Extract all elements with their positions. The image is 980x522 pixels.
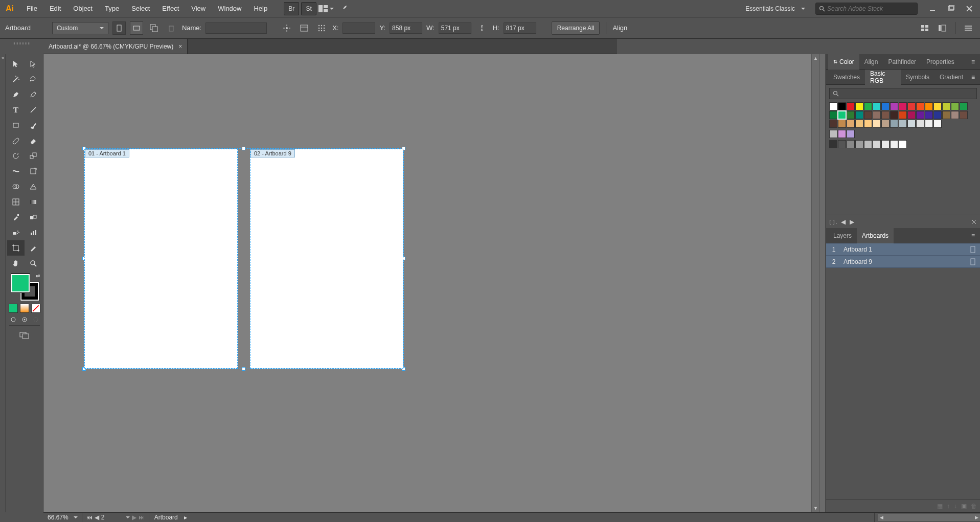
pen-tool[interactable]: [7, 87, 25, 102]
artboard-preset-dropdown[interactable]: Custom: [52, 22, 108, 34]
scroll-left-icon[interactable]: ◀: [878, 515, 885, 520]
tab-artboards[interactable]: Artboards: [857, 228, 894, 243]
nav-prev-icon[interactable]: ◀: [95, 514, 99, 521]
fill-swatch[interactable]: [11, 274, 30, 292]
scale-tool[interactable]: [25, 148, 42, 164]
swatch[interactable]: [829, 130, 837, 138]
swatch[interactable]: [864, 102, 872, 110]
toolbox-drag-handle[interactable]: [0, 40, 43, 47]
rearrange-all-button[interactable]: Rearrange All: [552, 21, 600, 35]
swatch[interactable]: [899, 120, 907, 128]
swatch[interactable]: [838, 120, 846, 128]
link-wh-button[interactable]: [475, 21, 489, 35]
swatch[interactable]: [907, 102, 916, 110]
nav-next-icon[interactable]: ▶: [132, 514, 136, 521]
swatch[interactable]: [838, 111, 846, 119]
swatch[interactable]: [847, 130, 855, 138]
close-tab-button[interactable]: ×: [178, 43, 182, 50]
artboard-row[interactable]: 1 Artboard 1: [826, 243, 980, 256]
window-minimize-button[interactable]: [925, 4, 940, 14]
swatch[interactable]: [855, 120, 863, 128]
swatch[interactable]: [899, 111, 907, 119]
search-stock-input[interactable]: [827, 5, 914, 12]
delete-artboard-button[interactable]: [165, 21, 178, 35]
menu-object[interactable]: Object: [67, 0, 99, 17]
swatch[interactable]: [925, 102, 933, 110]
swatch[interactable]: [916, 120, 924, 128]
bridge-button[interactable]: Br: [284, 2, 299, 15]
x-input[interactable]: [343, 22, 375, 34]
swatch[interactable]: [855, 140, 863, 148]
swatch[interactable]: [847, 111, 855, 119]
toolbox-collapse-button[interactable]: «: [0, 54, 6, 512]
magic-wand-tool[interactable]: [7, 72, 25, 87]
swatch[interactable]: [899, 140, 907, 148]
swatch-prev-button[interactable]: ◀: [841, 218, 846, 225]
chevron-down-icon[interactable]: [124, 514, 130, 521]
column-graph-tool[interactable]: [25, 225, 42, 240]
status-menu-icon[interactable]: ▸: [184, 514, 187, 521]
swatch[interactable]: [864, 111, 872, 119]
tab-properties[interactable]: Properties: [921, 54, 960, 70]
align-popup-button[interactable]: Align: [612, 24, 627, 32]
menu-help[interactable]: Help: [247, 0, 274, 17]
swatch[interactable]: [933, 102, 942, 110]
swatch[interactable]: [881, 102, 890, 110]
color-mode-none[interactable]: [31, 304, 40, 313]
tab-gradient[interactable]: Gradient: [935, 70, 968, 85]
tab-swatches[interactable]: Swatches: [828, 70, 865, 85]
canvas[interactable]: 01 - Artboard 1 02 - Artboard 9 ▲ ▼: [43, 54, 819, 512]
scroll-down-icon[interactable]: ▼: [812, 504, 819, 512]
grid-alt-button[interactable]: [936, 21, 949, 35]
eyedropper-tool[interactable]: [7, 210, 25, 225]
arrange-documents-button[interactable]: [318, 2, 334, 15]
shaper-tool[interactable]: [7, 133, 25, 148]
reference-point-button[interactable]: [315, 21, 328, 35]
draw-normal-mode[interactable]: [9, 316, 18, 323]
swatch[interactable]: [916, 111, 924, 119]
rearrange-artboards-icon[interactable]: ▦: [937, 503, 943, 510]
swatch[interactable]: [925, 120, 933, 128]
type-tool[interactable]: T: [7, 102, 25, 118]
swatch-search[interactable]: [829, 88, 977, 99]
swatch-next-button[interactable]: ▶: [850, 218, 854, 225]
swatch[interactable]: [916, 102, 924, 110]
swatch[interactable]: [907, 111, 916, 119]
new-artboard-button[interactable]: [147, 21, 161, 35]
stock-button[interactable]: St: [301, 2, 316, 15]
swatch[interactable]: [960, 102, 968, 110]
blend-tool[interactable]: [25, 210, 42, 225]
tab-color[interactable]: ⇅Color: [828, 54, 859, 70]
swatch[interactable]: [873, 140, 881, 148]
swatch[interactable]: [855, 102, 863, 110]
swatch[interactable]: [864, 120, 872, 128]
tab-pathfinder[interactable]: Pathfinder: [883, 54, 921, 70]
swatch[interactable]: [838, 140, 846, 148]
menu-select[interactable]: Select: [125, 0, 156, 17]
nav-first-icon[interactable]: ⏮: [86, 514, 93, 521]
swatch[interactable]: [873, 111, 881, 119]
window-maximize-button[interactable]: [943, 4, 959, 14]
swatch[interactable]: [829, 102, 837, 110]
swatch[interactable]: [951, 102, 959, 110]
panel-divider[interactable]: [819, 54, 826, 512]
artboard-name-input[interactable]: [206, 22, 267, 34]
paintbrush-tool[interactable]: [25, 118, 42, 133]
color-mode-solid[interactable]: [9, 304, 18, 313]
symbol-sprayer-tool[interactable]: [7, 225, 25, 240]
shape-builder-tool[interactable]: [7, 179, 25, 194]
menu-type[interactable]: Type: [99, 0, 125, 17]
delete-artboard-icon[interactable]: 🗑: [971, 503, 977, 510]
swatch[interactable]: [838, 102, 846, 110]
width-tool[interactable]: [7, 164, 25, 179]
horizontal-scrollbar[interactable]: ◀ ▶: [878, 514, 980, 521]
hand-tool[interactable]: [7, 256, 25, 271]
zoom-dropdown[interactable]: 66.67%: [43, 513, 82, 522]
swatch[interactable]: [960, 111, 968, 119]
zoom-tool[interactable]: [25, 256, 42, 271]
eraser-tool[interactable]: [25, 133, 42, 148]
selection-tool[interactable]: [7, 56, 25, 72]
tab-symbols[interactable]: Symbols: [901, 70, 935, 85]
swatch[interactable]: [890, 102, 898, 110]
perspective-grid-tool[interactable]: [25, 179, 42, 194]
